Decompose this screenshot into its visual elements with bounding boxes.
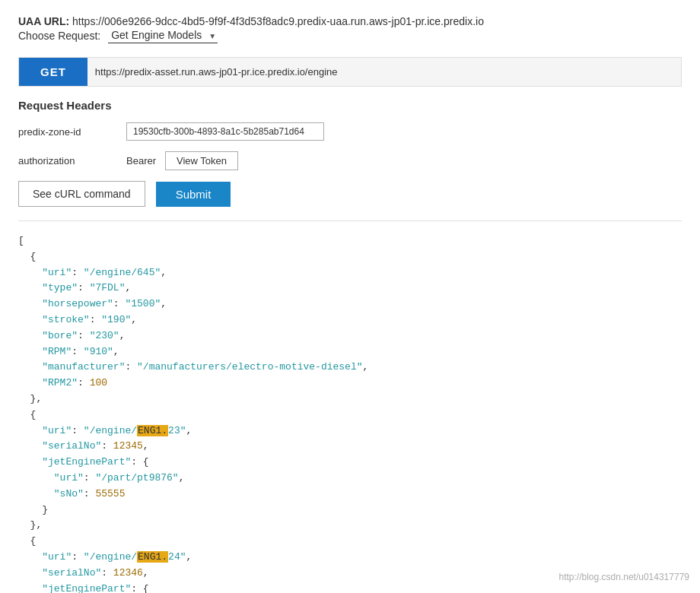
- bearer-text: Bearer: [126, 155, 156, 166]
- uaa-url-value: https://006e9266-9dcc-4bd5-9f9f-4f3d53f8…: [72, 15, 484, 27]
- get-row: GET: [18, 57, 682, 87]
- see-curl-button[interactable]: See cURL command: [18, 181, 145, 207]
- uaa-url-label: UAA URL: https://006e9266-9dcc-4bd5-9f9f…: [18, 15, 484, 27]
- predix-zone-id-input[interactable]: [126, 122, 324, 141]
- authorization-row: authorization Bearer View Token: [18, 151, 682, 170]
- uaa-url-row: UAA URL: https://006e9266-9dcc-4bd5-9f9f…: [18, 15, 682, 27]
- view-token-button[interactable]: View Token: [165, 151, 238, 170]
- get-url-input[interactable]: [88, 60, 681, 84]
- choose-request-label: Choose Request:: [18, 30, 100, 42]
- authorization-label: authorization: [18, 155, 117, 166]
- choose-request-select-wrapper[interactable]: Get Engine Models Post Engine Delete Eng…: [108, 27, 218, 43]
- choose-request-row: Choose Request: Get Engine Models Post E…: [18, 27, 682, 43]
- divider: [18, 220, 682, 221]
- request-headers-title: Request Headers: [18, 99, 682, 112]
- actions-row: See cURL command Submit: [18, 181, 682, 207]
- submit-button[interactable]: Submit: [156, 182, 231, 207]
- json-output: [ { "uri": "/engine/645", "type": "7FDL"…: [18, 233, 682, 593]
- watermark: http://blog.csdn.net/u014317779: [559, 572, 689, 582]
- get-button[interactable]: GET: [19, 58, 88, 86]
- predix-zone-id-row: predix-zone-id: [18, 122, 682, 141]
- choose-request-select[interactable]: Get Engine Models Post Engine Delete Eng…: [108, 27, 218, 43]
- predix-zone-id-label: predix-zone-id: [18, 126, 117, 138]
